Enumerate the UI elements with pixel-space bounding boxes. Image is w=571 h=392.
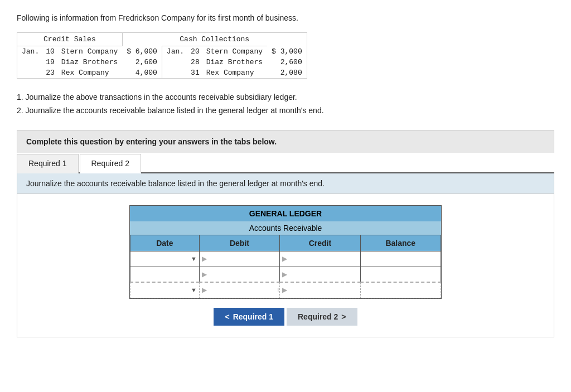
ledger-col-credit: Credit xyxy=(280,235,360,251)
next-label: Required 2 xyxy=(298,312,338,321)
intro-text: Following is information from Fredrickso… xyxy=(17,13,554,22)
debit-arrow-2: ▶ xyxy=(200,270,207,278)
ledger-row2-debit-input[interactable] xyxy=(207,267,279,282)
ledger-row3-credit[interactable]: ▶ xyxy=(280,282,360,298)
cc-r2-day: 28 xyxy=(188,57,202,67)
ledger-col-debit: Debit xyxy=(199,235,279,251)
cc-r3-co: Rex Company xyxy=(202,67,267,79)
tab-required-1[interactable]: Required 1 xyxy=(17,154,79,173)
cc-r1-co: Stern Company xyxy=(202,46,267,57)
cs-r2-day: 19 xyxy=(43,57,57,67)
ledger-col-balance: Balance xyxy=(360,235,441,251)
cc-r2-co: Diaz Brothers xyxy=(202,57,267,67)
complete-banner: Complete this question by entering your … xyxy=(17,130,554,153)
ledger-title: GENERAL LEDGER xyxy=(130,206,441,221)
date-dropdown-arrow-1: ▼ xyxy=(191,255,197,262)
cc-r2-mo xyxy=(162,57,188,67)
ledger-row3-balance[interactable] xyxy=(360,282,441,298)
cc-r2-amt: 2,600 xyxy=(267,57,307,67)
credit-arrow-2: ▶ xyxy=(280,270,287,278)
ledger-row2-credit-input[interactable] xyxy=(287,267,360,282)
ledger-row1-credit-input[interactable] xyxy=(287,251,360,267)
tab-required-2[interactable]: Required 2 xyxy=(80,154,142,173)
cc-r3-amt: 2,080 xyxy=(267,67,307,79)
ledger-row1-balance-input[interactable] xyxy=(361,251,441,267)
instruction-1: 1. Journalize the above transactions in … xyxy=(17,91,554,104)
ledger-container: GENERAL LEDGER Accounts Receivable Date … xyxy=(17,194,554,337)
credit-sales-label: Credit Sales xyxy=(17,33,123,46)
cs-r1-co: Stern Company xyxy=(57,46,122,57)
ledger-row-2: ▶ ▶ xyxy=(130,267,441,282)
cs-r3-day: 23 xyxy=(43,67,57,79)
ledger-subtitle: Accounts Receivable xyxy=(130,221,441,235)
date-dropdown-arrow-3: ▼ xyxy=(191,287,197,293)
ledger-row1-date[interactable]: ▼ xyxy=(130,251,200,267)
ledger-row3-debit-input[interactable] xyxy=(207,283,277,298)
cs-r2-co: Diaz Brothers xyxy=(57,57,122,67)
ledger-row2-balance[interactable] xyxy=(360,267,441,282)
cc-r1-amt: $ 3,000 xyxy=(267,46,307,57)
ledger-row1-debit-input[interactable] xyxy=(207,251,279,267)
cs-r2-mo xyxy=(17,57,44,67)
ledger-table: Date Debit Credit Balance ▼ xyxy=(130,235,441,298)
ledger-row2-balance-input[interactable] xyxy=(361,267,441,282)
cc-r1-day: 20 xyxy=(188,46,202,57)
ledger-row1-debit[interactable]: ▶ xyxy=(199,251,279,267)
cs-r3-co: Rex Company xyxy=(57,67,122,79)
next-icon: > xyxy=(341,312,346,321)
ledger-row2-date[interactable] xyxy=(130,267,200,282)
prev-icon: < xyxy=(225,312,229,321)
debit-arrow-3: ▶ xyxy=(200,286,207,294)
cs-r1-day: 10 xyxy=(43,46,57,57)
ledger-row2-debit[interactable]: ▶ xyxy=(199,267,279,282)
cs-r1-mo: Jan. xyxy=(17,46,44,57)
next-required-button[interactable]: Required 2 > xyxy=(287,308,357,326)
cc-r3-day: 31 xyxy=(188,67,202,79)
ledger-row2-credit[interactable]: ▶ xyxy=(280,267,360,282)
ledger-row-1: ▼ ▶ ▶ xyxy=(130,251,441,267)
cs-r2-amt: 2,600 xyxy=(122,57,162,67)
ledger-table-wrapper: GENERAL LEDGER Accounts Receivable Date … xyxy=(129,205,442,299)
tabs-container: Required 1 Required 2 xyxy=(17,153,554,173)
cs-r1-amt: $ 6,000 xyxy=(122,46,162,57)
ledger-row-3: ▼ ▶ ⁞ ▶ xyxy=(130,282,441,298)
ledger-col-date: Date xyxy=(130,235,200,251)
instructions: 1. Journalize the above transactions in … xyxy=(17,91,554,118)
prev-required-button[interactable]: < Required 1 xyxy=(214,308,284,326)
prev-label: Required 1 xyxy=(233,312,273,321)
required-section: Journalize the accounts receivable balan… xyxy=(17,173,554,337)
ledger-row3-credit-input[interactable] xyxy=(287,283,360,298)
ledger-row3-date[interactable]: ▼ xyxy=(130,282,200,298)
cs-r3-amt: 4,000 xyxy=(122,67,162,79)
instruction-2: 2. Journalize the accounts receivable ba… xyxy=(17,104,554,118)
ledger-row1-date-input[interactable] xyxy=(133,251,191,267)
ledger-row2-date-input[interactable] xyxy=(133,267,197,282)
credit-arrow-1: ▶ xyxy=(280,255,287,263)
bottom-navigation: < Required 1 Required 2 > xyxy=(214,308,357,326)
cc-r3-mo xyxy=(162,67,188,79)
transaction-data-section: Credit Sales Cash Collections Jan. 10 St… xyxy=(17,32,554,79)
cash-collections-label: Cash Collections xyxy=(162,33,267,46)
ledger-row1-credit[interactable]: ▶ xyxy=(280,251,360,267)
ledger-row3-date-input[interactable] xyxy=(133,283,191,298)
debit-arrow-1: ▶ xyxy=(200,255,207,263)
cc-r1-mo: Jan. xyxy=(162,46,188,57)
ledger-row3-balance-input[interactable] xyxy=(361,283,441,298)
ledger-row1-balance[interactable] xyxy=(360,251,441,267)
cs-r3-mo xyxy=(17,67,44,79)
dotted-indicator: ⁞ xyxy=(277,287,279,294)
required-2-header: Journalize the accounts receivable balan… xyxy=(17,173,554,194)
credit-arrow-3: ▶ xyxy=(280,286,287,294)
ledger-row3-debit[interactable]: ▶ ⁞ xyxy=(199,282,279,298)
